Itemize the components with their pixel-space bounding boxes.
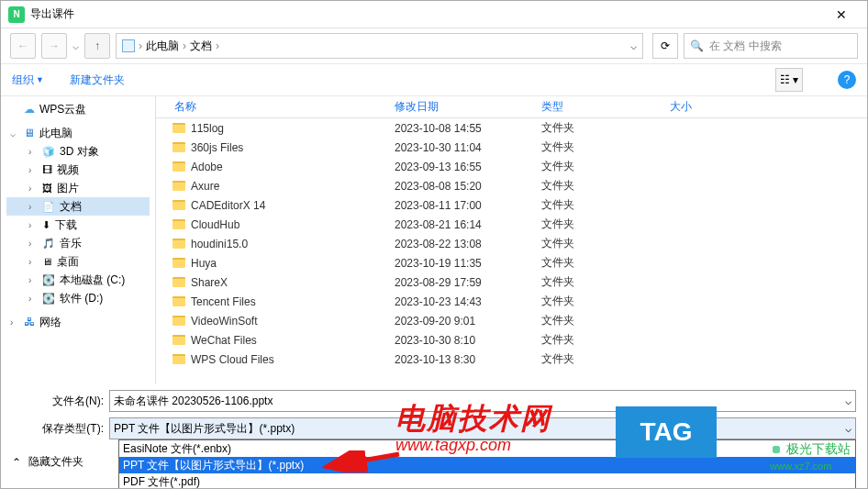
column-name[interactable]: 名称	[156, 99, 395, 115]
collapse-icon: ⌵	[10, 128, 19, 139]
organize-menu[interactable]: 组织 ▼	[12, 72, 44, 88]
sidebar-item[interactable]: › 🖥 桌面	[6, 252, 150, 271]
file-date: 2023-09-20 9:01	[395, 315, 541, 328]
forward-button[interactable]: →	[41, 33, 67, 59]
view-mode-button[interactable]: ☷ ▾	[775, 68, 803, 92]
file-date: 2023-10-23 14:43	[395, 295, 541, 308]
table-row[interactable]: Axure 2023-08-08 15:20 文件夹	[156, 176, 867, 195]
chevron-down-icon[interactable]: ⌵	[845, 395, 851, 407]
chevron-up-icon[interactable]: ⌃	[12, 456, 21, 469]
sidebar-item-label: 软件 (D:)	[60, 291, 103, 306]
folder-icon	[172, 335, 185, 345]
file-name: 360js Files	[191, 141, 243, 154]
filename-value: 未命名课件 20230526-1106.pptx	[114, 394, 273, 409]
disk-icon: 💽	[42, 274, 55, 286]
file-type: 文件夹	[541, 294, 670, 309]
expand-icon: ›	[28, 147, 38, 157]
file-type: 文件夹	[541, 313, 670, 328]
sidebar-item[interactable]: › 🖼 图片	[6, 179, 150, 197]
back-button[interactable]: ←	[10, 33, 36, 59]
table-row[interactable]: ShareX 2023-08-29 17:59 文件夹	[156, 272, 867, 292]
hide-folders-button[interactable]: 隐藏文件夹	[28, 454, 83, 470]
sidebar-item[interactable]: › 🎞 视频	[6, 161, 150, 179]
table-row[interactable]: CloudHub 2023-08-21 16:14 文件夹	[156, 215, 867, 234]
chevron-down-icon[interactable]: ⌵	[630, 39, 637, 52]
table-row[interactable]: VideoWinSoft 2023-09-20 9:01 文件夹	[156, 311, 867, 330]
file-type: 文件夹	[541, 120, 670, 136]
doc-icon: 📄	[42, 201, 55, 213]
folder-icon	[172, 161, 185, 172]
folder-icon	[172, 316, 185, 326]
up-button[interactable]: ↑	[84, 33, 110, 59]
table-row[interactable]: CADEditorX 14 2023-08-11 17:00 文件夹	[156, 195, 867, 215]
filename-input[interactable]: 未命名课件 20230526-1106.pptx ⌵	[109, 390, 856, 412]
breadcrumb-folder[interactable]: 文档	[190, 39, 212, 54]
refresh-button[interactable]: ⟳	[652, 33, 678, 59]
table-row[interactable]: Huya 2023-10-19 11:35 文件夹	[156, 253, 867, 272]
column-type[interactable]: 类型	[541, 99, 670, 115]
sidebar-item[interactable]: › 💽 软件 (D:)	[6, 289, 150, 307]
breadcrumb-root[interactable]: 此电脑	[146, 39, 179, 54]
table-row[interactable]: 115log 2023-10-08 14:55 文件夹	[156, 118, 867, 138]
dropdown-option[interactable]: EasiNote 文件(*.enbx)	[119, 440, 855, 457]
sidebar: ☁ WPS云盘 ⌵ 🖥 此电脑 › 🧊 3D 对象› 🎞 视频› 🖼 图片› 📄…	[1, 96, 155, 384]
sidebar-item-wps[interactable]: ☁ WPS云盘	[6, 100, 150, 118]
file-date: 2023-08-21 16:14	[395, 218, 541, 231]
filetype-dropdown[interactable]: EasiNote 文件(*.enbx)PPT 文件【以图片形式导出】(*.ppt…	[118, 439, 856, 489]
expand-icon: ›	[10, 317, 19, 328]
sidebar-item-label: WPS云盘	[39, 102, 86, 117]
search-input[interactable]: 🔍 在 文档 中搜索	[684, 33, 858, 59]
new-folder-button[interactable]: 新建文件夹	[70, 72, 125, 88]
history-chevron-icon[interactable]: ⌵	[72, 39, 79, 52]
expand-icon: ›	[28, 183, 38, 194]
sidebar-item-label: 此电脑	[39, 126, 72, 141]
table-row[interactable]: 360js Files 2023-10-30 11:04 文件夹	[156, 138, 867, 157]
column-size[interactable]: 大小	[670, 99, 762, 115]
file-name: Huya	[191, 257, 217, 270]
dropdown-option[interactable]: PPT 文件【以图片形式导出】(*.pptx)	[119, 457, 855, 473]
column-date[interactable]: 修改日期	[395, 99, 541, 115]
file-name: Axure	[191, 180, 219, 193]
file-type: 文件夹	[541, 236, 670, 251]
breadcrumb[interactable]: › 此电脑 › 文档 › ⌵	[116, 33, 643, 59]
folder-icon	[172, 296, 185, 306]
desktop-icon: 🖥	[42, 256, 52, 267]
sidebar-item[interactable]: › 💽 本地磁盘 (C:)	[6, 271, 150, 289]
cloud-icon: ☁	[24, 103, 35, 116]
chevron-down-icon[interactable]: ⌵	[845, 422, 851, 435]
window-title: 导出课件	[30, 6, 74, 22]
sidebar-item-network[interactable]: › 🖧 网络	[6, 313, 150, 331]
sidebar-item-label: 3D 对象	[60, 144, 99, 160]
file-type: 文件夹	[541, 197, 670, 213]
file-list[interactable]: 115log 2023-10-08 14:55 文件夹 360js Files …	[156, 118, 867, 384]
sidebar-item-pc[interactable]: ⌵ 🖥 此电脑	[6, 124, 150, 142]
table-row[interactable]: WPS Cloud Files 2023-10-13 8:30 文件夹	[156, 350, 867, 369]
music-icon: 🎵	[42, 238, 55, 250]
file-type: 文件夹	[541, 139, 670, 155]
table-row[interactable]: WeChat Files 2023-10-30 8:10 文件夹	[156, 330, 867, 350]
folder-icon	[172, 123, 185, 133]
dropdown-option[interactable]: PDF 文件(*.pdf)	[119, 473, 855, 489]
sidebar-item[interactable]: › 📄 文档	[6, 197, 150, 216]
file-pane: 名称 修改日期 类型 大小 115log 2023-10-08 14:55 文件…	[155, 96, 867, 384]
file-list-header: 名称 修改日期 类型 大小	[156, 96, 867, 118]
file-date: 2023-10-30 8:10	[395, 334, 541, 347]
table-row[interactable]: houdini15.0 2023-08-22 13:08 文件夹	[156, 234, 867, 253]
file-name: 115log	[191, 122, 224, 135]
help-button[interactable]: ?	[838, 71, 856, 89]
file-name: WPS Cloud Files	[191, 353, 274, 366]
table-row[interactable]: Tencent Files 2023-10-23 14:43 文件夹	[156, 292, 867, 311]
sidebar-item-label: 本地磁盘 (C:)	[60, 272, 125, 288]
save-panel: 文件名(N): 未命名课件 20230526-1106.pptx ⌵ 保存类型(…	[1, 384, 867, 450]
sidebar-item[interactable]: › 🧊 3D 对象	[6, 142, 150, 161]
file-date: 2023-10-30 11:04	[395, 141, 541, 154]
close-button[interactable]: ✕	[823, 3, 860, 27]
filetype-select[interactable]: PPT 文件【以图片形式导出】(*.pptx) ⌵	[109, 417, 856, 439]
folder-icon	[172, 354, 185, 364]
table-row[interactable]: Adobe 2023-09-13 16:55 文件夹	[156, 157, 867, 176]
sidebar-item-label: 桌面	[57, 254, 79, 270]
sidebar-item[interactable]: › ⬇ 下载	[6, 216, 150, 234]
sidebar-item[interactable]: › 🎵 音乐	[6, 234, 150, 252]
file-name: Adobe	[191, 161, 223, 173]
app-icon: N	[8, 6, 25, 23]
